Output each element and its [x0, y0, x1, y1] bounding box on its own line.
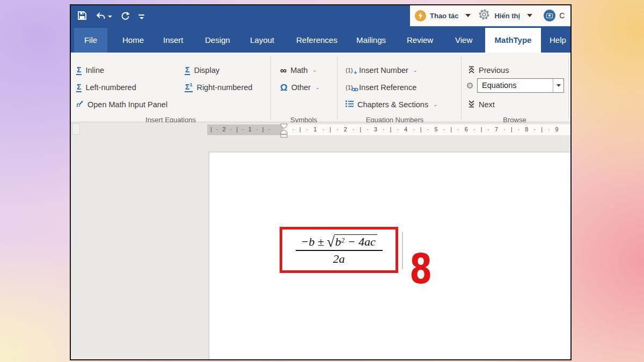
chapters-sections-button[interactable]: Chapters & Sections ⌄ — [346, 98, 437, 112]
right-numbered-equation-button[interactable]: Σ1 Right-numbered — [185, 80, 252, 94]
right-numbered-label: Right-numbered — [196, 83, 252, 92]
sigma-right-numbered-icon: Σ1 — [185, 83, 193, 92]
insert-number-label: Insert Number — [359, 66, 408, 75]
word-window: Thao tác Hiển thị C File Home Insert Des… — [70, 4, 572, 360]
equation-denominator: 2a — [333, 253, 345, 265]
capture-tool-overlay: Thao tác Hiển thị C — [410, 5, 570, 26]
chevron-down-icon: ⌄ — [433, 102, 437, 107]
left-numbered-equation-button[interactable]: Σ Left-numbered — [76, 80, 136, 94]
mathtype-ribbon: Σ Inline Σ Display Σ Left-numbered Σ1 Ri… — [71, 53, 570, 122]
gear-icon[interactable] — [478, 8, 491, 23]
group-separator — [270, 57, 271, 119]
display-equation-button[interactable]: Σ Display — [185, 63, 219, 77]
tab-home[interactable]: Home — [122, 28, 144, 53]
lightning-badge[interactable] — [415, 10, 426, 21]
sigma-left-numbered-icon: Σ — [76, 83, 82, 92]
tab-mathtype[interactable]: MathType — [485, 28, 541, 53]
browse-target-icon — [467, 83, 473, 88]
tab-references[interactable]: References — [296, 28, 338, 53]
ruler-margin-segment[interactable]: |·2·|·1·|· — [207, 124, 283, 135]
tab-help[interactable]: Help — [550, 28, 566, 53]
save-icon — [77, 11, 87, 23]
math-symbols-button[interactable]: ∞ Math ⌄ — [280, 63, 317, 77]
group-separator — [461, 57, 462, 119]
omega-icon: Ω — [280, 83, 288, 92]
display-menu-caret[interactable] — [527, 14, 532, 17]
lightning-icon — [418, 12, 423, 19]
insert-reference-icon: (1) — [346, 84, 355, 91]
insert-reference-label: Insert Reference — [359, 83, 416, 92]
tab-file[interactable]: File — [74, 28, 107, 53]
browse-next-button[interactable]: Next — [468, 98, 495, 112]
indent-markers[interactable] — [280, 123, 288, 140]
radical-sign: √ — [327, 236, 335, 248]
group-separator — [568, 57, 569, 119]
ruler-page-segment[interactable]: ·|·1·|·2·|·3·|·4·|·5·|·6·|·7·|·8·|·9 — [283, 124, 570, 135]
sigma-inline-icon: Σ — [76, 66, 82, 75]
sigma-display-icon: Σ — [185, 66, 190, 75]
customize-quick-access-button[interactable] — [138, 14, 144, 19]
tab-review[interactable]: Review — [407, 28, 433, 53]
redo-icon — [121, 11, 130, 23]
tab-stop-selector[interactable] — [72, 123, 80, 135]
group-separator — [337, 57, 338, 119]
display-menu-label[interactable]: Hiển thị — [494, 12, 520, 20]
chevron-down-icon: ⌄ — [413, 68, 418, 73]
insert-number-button[interactable]: (1)+ Insert Number ⌄ — [346, 63, 417, 77]
redo-button[interactable] — [121, 11, 130, 23]
next-label: Next — [479, 100, 495, 109]
browse-combobox[interactable]: Equations — [477, 78, 564, 93]
double-chevron-down-icon — [468, 100, 475, 109]
other-label: Other — [291, 83, 311, 92]
open-math-input-panel-label: Open Math Input Panel — [87, 100, 167, 109]
inline-label: Inline — [85, 66, 104, 75]
fraction-bar — [296, 250, 383, 251]
previous-label: Previous — [479, 66, 509, 75]
tab-design[interactable]: Design — [205, 28, 230, 53]
undo-dropdown-caret[interactable] — [108, 16, 112, 18]
customize-caret-icon — [140, 17, 144, 19]
action-menu-caret[interactable] — [465, 14, 471, 17]
camera-icon — [546, 13, 553, 18]
browse-combobox-value: Equations — [478, 79, 553, 92]
text-cursor — [402, 232, 403, 269]
insert-number-icon: (1)+ — [346, 67, 355, 73]
equation-object[interactable]: −b ± √ b2 − 4ac 2a — [280, 227, 398, 273]
ribbon-tab-bar: File Home Insert Design Layout Reference… — [71, 28, 570, 53]
double-chevron-up-icon — [468, 66, 475, 75]
open-math-input-panel-button[interactable]: Open Math Input Panel — [76, 98, 167, 112]
undo-button[interactable] — [96, 12, 112, 22]
inline-equation-button[interactable]: Σ Inline — [76, 63, 104, 77]
overlay-extra-letter: C — [559, 11, 565, 20]
camera-badge[interactable] — [544, 10, 555, 21]
list-icon — [346, 100, 354, 109]
title-bar: Thao tác Hiển thị C — [71, 5, 570, 28]
display-label: Display — [194, 66, 219, 75]
quick-access-toolbar — [77, 5, 144, 28]
chevron-down-icon: ⌄ — [312, 68, 317, 73]
browse-combobox-dropdown[interactable] — [553, 79, 564, 92]
chevron-down-icon: ⌄ — [316, 85, 320, 90]
chapters-sections-label: Chapters & Sections — [357, 100, 428, 109]
tab-mailings[interactable]: Mailings — [356, 28, 386, 53]
undo-icon — [96, 12, 106, 22]
math-label: Math — [290, 66, 308, 75]
browse-previous-button[interactable]: Previous — [468, 63, 509, 77]
tab-view[interactable]: View — [455, 28, 472, 53]
red-annotation-number: 8 — [409, 249, 432, 290]
insert-reference-button[interactable]: (1) Insert Reference — [346, 80, 416, 94]
chevron-down-icon — [557, 84, 561, 87]
save-button[interactable] — [77, 11, 87, 23]
pen-icon — [76, 100, 84, 109]
equation-numerator: −b ± √ b2 − 4ac — [301, 234, 377, 248]
document-area: |·2·|·1·|· ·|·1·|·2·|·3·|·4·|·5·|·6·|·7·… — [71, 122, 570, 359]
left-numbered-label: Left-numbered — [85, 83, 136, 92]
customize-quick-access-icon — [138, 14, 144, 16]
infinity-icon: ∞ — [280, 66, 287, 75]
other-symbols-button[interactable]: Ω Other ⌄ — [280, 80, 319, 94]
action-menu-label[interactable]: Thao tác — [430, 12, 458, 20]
tab-insert[interactable]: Insert — [163, 28, 184, 53]
tab-layout[interactable]: Layout — [250, 28, 274, 53]
